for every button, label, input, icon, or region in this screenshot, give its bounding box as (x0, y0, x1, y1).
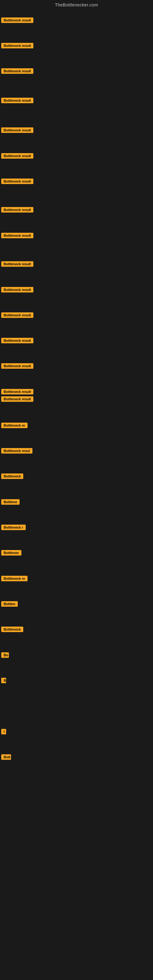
bottleneck-badge[interactable]: Bottleneck result (1, 363, 33, 369)
list-item[interactable]: Bo (1, 652, 9, 658)
bottleneck-badge[interactable]: Bottlenec (1, 550, 21, 555)
bottleneck-badge[interactable]: Bottleneck result (1, 338, 33, 343)
empty-row (0, 856, 153, 869)
list-item[interactable]: Bottleneck result (1, 68, 33, 74)
bottleneck-badge[interactable]: Bottleneck resul (1, 448, 32, 453)
list-item[interactable]: Bottleneck result (1, 233, 33, 238)
list-item[interactable]: Bottleneck result (1, 127, 33, 133)
bottleneck-badge[interactable]: Bottleneck result (1, 43, 33, 48)
list-item[interactable]: Bottleneck resul (1, 448, 32, 453)
list-item[interactable]: Bottleneck result (1, 207, 33, 213)
bottleneck-badge[interactable]: Bottleneck result (1, 153, 33, 159)
empty-row (0, 882, 153, 894)
list-item[interactable]: B (1, 678, 6, 683)
list-item[interactable]: Bottleneck result (1, 98, 33, 103)
bottleneck-badge[interactable]: Bottleneck result (1, 287, 33, 293)
site-title: TheBottlenecker.com (0, 0, 153, 10)
bottleneck-badge[interactable]: Bottlene (1, 499, 19, 505)
list-item[interactable]: Bottleneck result (1, 18, 33, 23)
bottleneck-badge[interactable]: I (1, 729, 6, 734)
empty-row (0, 831, 153, 843)
list-item[interactable]: Bottleneck r (1, 525, 26, 530)
list-item[interactable]: Bottleneck result (1, 178, 33, 184)
bottleneck-badge[interactable]: Bo (1, 652, 9, 658)
bottleneck-badge[interactable]: Bottleneck result (1, 396, 33, 402)
bottleneck-badge[interactable]: Bottleneck result (1, 312, 33, 318)
bottleneck-badge[interactable]: Bottleneck result (1, 389, 33, 395)
list-item[interactable]: I (1, 729, 6, 734)
list-item[interactable]: Bottleneck result (1, 396, 33, 402)
bottleneck-badge[interactable]: Bottleneck result (1, 18, 33, 23)
list-item[interactable]: Bottleneck (1, 474, 23, 479)
empty-row (0, 805, 153, 818)
bottleneck-badge[interactable]: Bott (1, 754, 11, 760)
bottleneck-badge[interactable]: Bottlen (1, 601, 18, 607)
bottleneck-badge[interactable]: Bottleneck result (1, 98, 33, 103)
list-item[interactable]: Bottleneck (1, 627, 23, 632)
bottleneck-badge[interactable]: Bottleneck (1, 474, 23, 479)
list-item[interactable]: Bott (1, 754, 11, 760)
list-item[interactable]: Bottlenec (1, 550, 21, 555)
bottleneck-badge[interactable]: Bottleneck result (1, 127, 33, 133)
empty-row (0, 933, 153, 945)
bottleneck-badge[interactable]: Bottleneck re (1, 576, 27, 581)
list-item[interactable]: Bottleneck result (1, 338, 33, 343)
list-item[interactable]: Bottleneck result (1, 312, 33, 318)
empty-row (0, 959, 153, 971)
list-item[interactable]: Bottlen (1, 601, 18, 607)
bottleneck-badge[interactable]: Bottleneck result (1, 178, 33, 184)
list-item[interactable]: Bottleneck re (1, 423, 27, 428)
list-item[interactable]: Bottleneck result (1, 43, 33, 48)
bottleneck-badge[interactable]: Bottleneck result (1, 261, 33, 267)
list-item[interactable]: Bottleneck result (1, 287, 33, 293)
empty-row (0, 780, 153, 792)
bottleneck-badge[interactable]: Bottleneck result (1, 233, 33, 238)
bottleneck-badge[interactable]: Bottleneck (1, 627, 23, 632)
list-item[interactable]: Bottleneck result (1, 389, 33, 395)
list-item[interactable]: Bottleneck result (1, 261, 33, 267)
bottleneck-badge[interactable]: Bottleneck result (1, 68, 33, 74)
empty-row (0, 703, 153, 715)
bottleneck-badge[interactable]: Bottleneck result (1, 207, 33, 213)
list-item[interactable]: Bottlene (1, 499, 19, 505)
bottleneck-badge[interactable]: Bottleneck r (1, 525, 26, 530)
list-item[interactable]: Bottleneck result (1, 363, 33, 369)
list-item[interactable]: Bottleneck re (1, 576, 27, 581)
page-wrapper: TheBottlenecker.com Bottleneck resultBot… (0, 0, 153, 980)
bottleneck-badge[interactable]: B (1, 678, 6, 683)
bottleneck-badge[interactable]: Bottleneck re (1, 423, 27, 428)
list-item[interactable]: Bottleneck result (1, 153, 33, 159)
empty-row (0, 907, 153, 920)
